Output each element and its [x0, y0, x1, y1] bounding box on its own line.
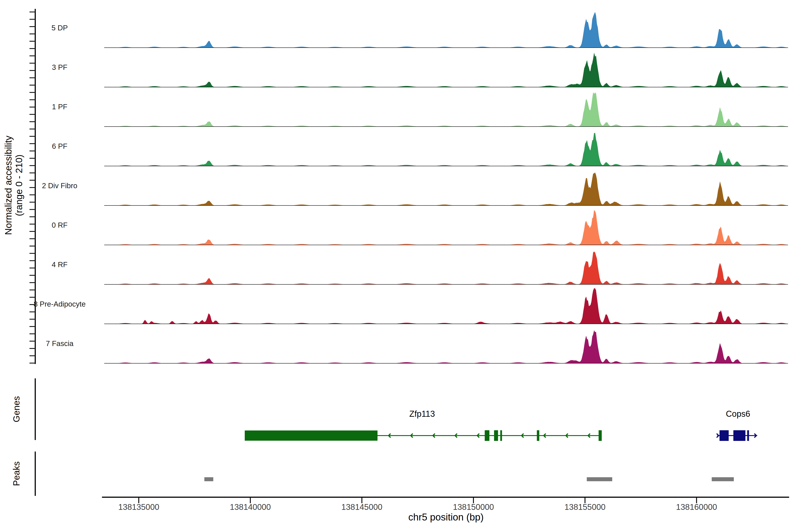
coverage-track-1-pf: [104, 92, 788, 127]
x-axis-title: chr5 position (bp): [408, 512, 484, 522]
track-label: 6 PF: [52, 142, 68, 150]
y-axis-label-line2: (range 0 - 210): [14, 154, 24, 216]
peak-interval: [587, 477, 612, 481]
gene-exon: [500, 430, 502, 441]
coverage-tracks: [104, 12, 788, 363]
coverage-area: [104, 210, 788, 245]
track-label: 2 Div Fibro: [42, 182, 77, 190]
coverage-track-8-pre-adipocyte: [104, 288, 788, 324]
coverage-area: [104, 133, 788, 166]
gene-thick-exon: [245, 431, 378, 441]
gene-exon: [747, 430, 749, 441]
genome-coverage-figure: Normalized accessibility (range 0 - 210)…: [0, 0, 798, 532]
track-label: 8 Pre-Adipocyte: [34, 300, 86, 308]
track-label: 3 PF: [52, 63, 68, 71]
coverage-track-6-pf: [104, 133, 788, 166]
y-axis: Normalized accessibility (range 0 - 210): [3, 9, 35, 364]
peaks-section: Peaks: [12, 452, 734, 496]
track-label: 7 Fascia: [46, 339, 74, 347]
gene-exon: [720, 430, 729, 441]
coverage-track-3-pf: [104, 53, 788, 87]
coverage-area: [104, 288, 788, 324]
track-label: 4 RF: [52, 261, 68, 269]
track-label: 5 DP: [52, 24, 68, 32]
genes-section: Genes Zfp113Cops6: [12, 378, 757, 441]
gene-exon: [733, 430, 745, 441]
x-axis-tick-label: 138145000: [341, 502, 382, 512]
coverage-area: [104, 252, 788, 284]
gene-zfp113: [245, 430, 602, 441]
coverage-area: [104, 330, 788, 363]
coverage-track-2-div-fibro: [104, 173, 788, 206]
x-axis-tick-label: 138160000: [676, 502, 717, 512]
x-axis-tick-label: 138150000: [453, 502, 494, 512]
x-axis-tick-label: 138135000: [118, 502, 159, 512]
gene-label-zfp113: Zfp113: [410, 409, 435, 418]
coverage-area: [104, 12, 788, 48]
coverage-area: [104, 92, 788, 127]
coverage-track-7-fascia: [104, 330, 788, 363]
x-axis-tick-label: 138140000: [230, 502, 271, 512]
gene-cops6: [717, 430, 757, 441]
gene-exon: [485, 430, 490, 441]
gene-exon: [494, 430, 498, 441]
coverage-track-5-dp: [104, 12, 788, 48]
x-axis: 1381350001381400001381450001381500001381…: [102, 497, 789, 522]
track-labels: 5 DP3 PF1 PF6 PF2 Div Fibro0 RF4 RF8 Pre…: [34, 24, 86, 347]
peaks-section-label: Peaks: [12, 461, 21, 486]
peak-interval-boxes: [204, 477, 734, 481]
x-axis-tick-label: 138155000: [564, 502, 605, 512]
peak-interval: [204, 477, 213, 481]
x-axis-ticks: 1381350001381400001381450001381500001381…: [118, 497, 717, 512]
genes-section-label: Genes: [12, 396, 21, 422]
coverage-area: [104, 173, 788, 206]
peak-interval: [712, 477, 734, 481]
coverage-track-0-rf: [104, 210, 788, 245]
coverage-track-4-rf: [104, 252, 788, 284]
gene-label-cops6: Cops6: [726, 409, 750, 418]
gene-exon: [537, 430, 539, 441]
track-label: 0 RF: [52, 221, 68, 229]
y-axis-label-line1: Normalized accessibility: [3, 136, 14, 235]
gene-models: Zfp113Cops6: [245, 409, 757, 441]
track-label: 1 PF: [52, 102, 68, 111]
y-axis-ticks: [30, 12, 35, 363]
coverage-area: [104, 53, 788, 87]
gene-exon: [598, 430, 602, 441]
